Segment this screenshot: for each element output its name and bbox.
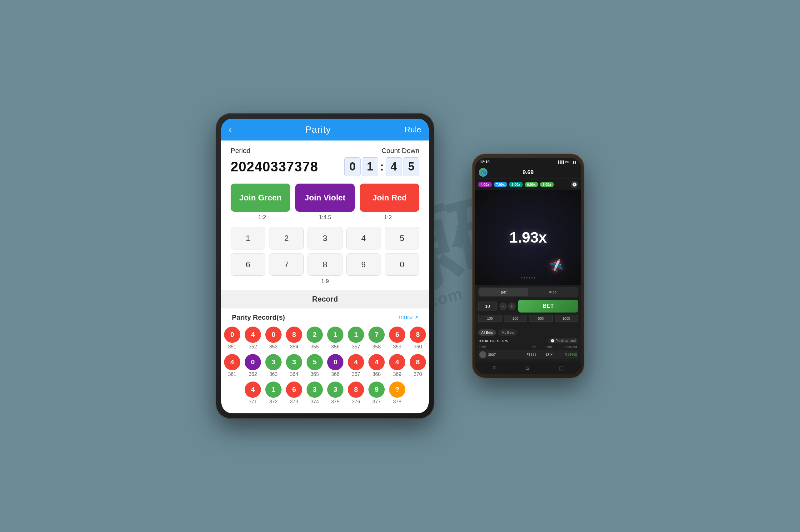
join-red-ratio: 1:2 [357,214,419,221]
record-circle: 4 [368,354,385,370]
pill-500b: 5.00x [540,182,554,187]
num-btn-2[interactable]: 2 [269,227,304,249]
records-row-1: 0351 4352 0353 8354 2355 1356 1357 7358 … [232,327,418,350]
nav-home[interactable]: ⌂ [526,365,529,372]
record-item: 3374 [306,381,324,405]
record-seq: 354 [290,344,298,350]
bet-button[interactable]: BET [518,300,578,312]
col-mult: Mult [536,345,552,349]
devices-container: ‹ Parity Rule Period Count Down 20240337… [216,113,584,419]
period-row: Period Count Down [231,147,419,155]
record-item: 4371 [244,381,261,405]
number-ratio: 1:9 [231,278,419,285]
col-user: User [479,345,512,349]
record-seq: 357 [352,344,360,350]
record-seq: 359 [393,344,402,350]
record-item: 3375 [327,381,344,405]
record-label: Record [231,295,419,303]
record-seq: 378 [393,399,402,405]
record-circle: 1 [265,381,281,398]
tab-my-bets[interactable]: My Bets [498,329,517,336]
prev-hand-button[interactable]: 🕐 Previous hand [548,338,578,343]
record-circle: 8 [410,354,426,370]
tablet-device: ‹ Parity Rule Period Count Down 20240337… [216,113,434,419]
tablet-screen: ‹ Parity Rule Period Count Down 20240337… [221,119,429,413]
records-row-3: 4371 1372 6373 3374 3375 8376 9377 ?378 [232,381,418,405]
clock-icon[interactable]: 🕐 [570,181,578,188]
record-item: 0351 [223,327,241,350]
clock-icon-small: 🕐 [551,339,554,342]
record-item: ?378 [388,381,406,405]
num-btn-9[interactable]: 9 [346,253,381,276]
bet-amount-input[interactable]: 10 [478,302,497,311]
nav-menu[interactable]: ≡ [492,365,496,372]
num-btn-7[interactable]: 7 [269,253,304,276]
record-circle: 4 [389,354,405,370]
record-circle: ? [389,381,405,398]
num-btn-1[interactable]: 1 [231,227,265,249]
record-item: 0353 [265,327,282,350]
multiplier-pills: 4.00x 7.00x 5.00x 6.00x 5.00x 🕐 [475,179,581,190]
num-btn-5[interactable]: 5 [385,227,419,249]
tab-all-bets[interactable]: All Bets [478,329,496,336]
parity-title: Parity [305,124,331,135]
record-circle: 7 [368,327,385,343]
num-btn-4[interactable]: 4 [346,227,381,249]
bet-stepper: − + [499,303,516,310]
records-grid: 0351 4352 0353 8354 2355 1356 1357 7358 … [232,327,418,405]
record-item: 1357 [347,327,365,350]
stepper-minus[interactable]: − [499,303,507,310]
num-btn-6[interactable]: 6 [231,253,265,276]
join-red-button[interactable]: Join Red [360,184,419,212]
record-seq: 369 [393,372,402,377]
records-more-button[interactable]: more > [398,314,418,322]
user-id: 3807 [488,353,496,357]
record-circle: 2 [307,327,323,343]
quick-1000[interactable]: 1000 [555,315,578,322]
record-item: 8360 [409,327,426,350]
record-item: 6373 [285,381,303,405]
record-circle: 6 [286,381,302,398]
record-circle: 8 [286,327,302,343]
num-btn-0[interactable]: 0 [385,253,419,276]
num-btn-3[interactable]: 3 [308,227,342,249]
record-seq: 356 [331,344,340,350]
join-violet-button[interactable]: Join Violet [295,184,355,212]
quick-200[interactable]: 200 [504,315,527,322]
tab-bet[interactable]: Bet [479,288,528,296]
record-divider: Record [221,290,429,308]
record-item: 4368 [368,354,385,377]
countdown-digit-0: 0 [344,157,361,176]
wifi-icon: WiFi [565,160,571,164]
record-seq: 351 [228,344,237,350]
quick-100[interactable]: 100 [478,315,502,322]
record-item: 5365 [306,354,324,377]
quick-amounts: 100 200 500 1000 [478,315,578,322]
tab-auto[interactable]: Auto [528,288,577,296]
num-btn-8[interactable]: 8 [308,253,342,276]
record-item: 4352 [244,327,261,350]
record-seq: 373 [290,399,298,405]
crash-header-value: 9.69 [523,169,533,176]
pill-400: 4.00x [478,182,492,187]
stepper-plus[interactable]: + [508,303,516,310]
col-bet: Bet [512,345,536,349]
record-circle: 4 [224,354,240,370]
record-seq: 366 [331,372,340,377]
record-item: 4369 [388,354,406,377]
record-item: 4367 [347,354,365,377]
join-green-button[interactable]: Join Green [231,184,290,212]
back-button[interactable]: ‹ [229,125,232,135]
quick-500[interactable]: 500 [529,315,553,322]
period-number: 20240337378 [231,159,318,174]
record-seq: 375 [331,399,340,405]
record-item: 9377 [368,381,385,405]
bets-section: All Bets My Bets TOTAL BETS : 675 🕐 Prev… [475,327,581,362]
nav-back[interactable]: ◻ [559,365,564,372]
rule-button[interactable]: Rule [405,125,421,135]
number-row-1: 1 2 3 4 5 [231,227,419,249]
game-dots [475,277,581,279]
record-seq: 361 [228,372,237,377]
crash-header: 🎮 9.69 [475,166,581,179]
record-item: 1356 [327,327,344,350]
